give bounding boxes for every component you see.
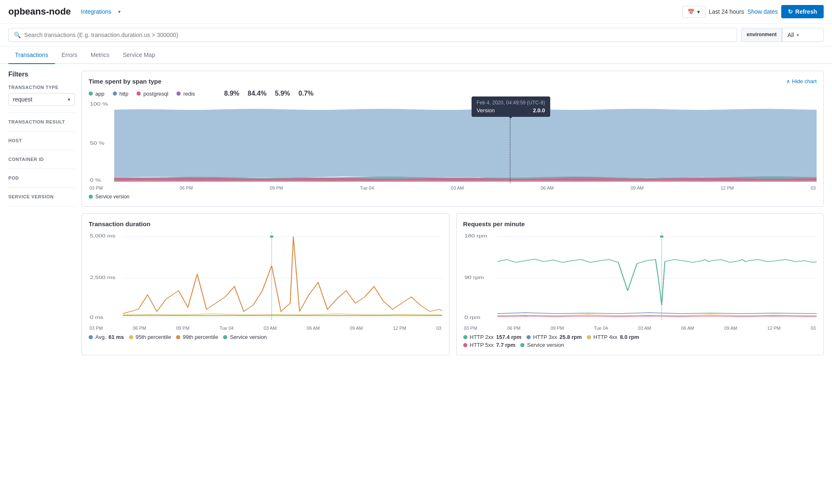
transaction-type-value: request: [13, 96, 32, 103]
search-input-wrap: 🔍: [8, 28, 737, 42]
main-content: Filters TRANSACTION TYPE request ▾ TRANS…: [0, 64, 832, 362]
svc-version-legend: Service version: [223, 334, 267, 340]
legend-redis: redis: [176, 91, 195, 97]
tab-metrics[interactable]: Metrics: [84, 47, 116, 64]
span-legend: app http postgresql redis 8.9% 84.4% 5.9…: [89, 90, 817, 97]
d-xaxis-9: 03: [436, 326, 441, 331]
app-dot: [89, 91, 93, 96]
legend-http: http: [113, 91, 129, 97]
app-pct: 8.9%: [224, 90, 239, 97]
app-label: app: [95, 91, 104, 97]
xaxis-label-2: 06 PM: [180, 185, 193, 190]
pod-label[interactable]: POD: [8, 175, 75, 180]
rpm-chart-card: Requests per minute 180 rpm 90 rpm 0 rpm: [456, 213, 824, 355]
svg-text:2,500 ms: 2,500 ms: [90, 275, 115, 280]
duration-xaxis: 03 PM 06 PM 09 PM Tue 04 03 AM 06 AM 09 …: [89, 326, 442, 331]
http5xx-value: 7.7 rpm: [496, 342, 515, 348]
tab-transactions[interactable]: Transactions: [8, 47, 55, 64]
show-dates-link[interactable]: Show dates: [748, 8, 778, 15]
d-xaxis-8: 12 PM: [393, 326, 406, 331]
avg-label: Avg.: [95, 334, 106, 340]
refresh-icon: ↻: [788, 8, 793, 15]
span-area-chart: 100 % 50 % 0 %: [89, 101, 817, 184]
svc-version-label: Service version: [230, 334, 267, 340]
svg-point-20: [659, 235, 664, 238]
xaxis-label-6: 06 AM: [541, 185, 554, 190]
p99-legend: 99th percentile: [176, 334, 218, 340]
http2xx-legend: HTTP 2xx 157.4 rpm: [463, 334, 522, 340]
time-controls: 📅 ▾ Last 24 hours Show dates ↻ Refresh: [682, 5, 824, 18]
redis-dot: [176, 91, 181, 96]
d-xaxis-2: 06 PM: [133, 326, 146, 331]
p99-dot: [176, 335, 180, 339]
d-xaxis-1: 03 PM: [89, 326, 103, 331]
d-xaxis-6: 06 AM: [307, 326, 320, 331]
search-input[interactable]: [24, 32, 732, 38]
r-xaxis-8: 12 PM: [767, 326, 781, 331]
xaxis-label-8: 12 PM: [720, 185, 734, 190]
chevron-down-icon: ▾: [68, 97, 70, 102]
service-version-dot: [89, 195, 93, 199]
calendar-button[interactable]: 📅 ▾: [682, 6, 705, 18]
r-xaxis-3: 09 PM: [551, 326, 564, 331]
r-xaxis-1: 03 PM: [464, 326, 477, 331]
chevron-down-icon: ▾: [797, 32, 799, 38]
http4xx-label: HTTP 4xx: [594, 334, 618, 340]
refresh-button[interactable]: ↻ Refresh: [781, 5, 824, 18]
avg-dot: [89, 335, 93, 339]
chevron-down-icon: ▾: [697, 9, 700, 15]
filter-host: HOST: [8, 138, 75, 150]
rpm-svc-version-legend: Service version: [520, 342, 564, 348]
rpm-legend: HTTP 2xx 157.4 rpm HTTP 3xx 25.8 rpm HTT…: [463, 334, 817, 348]
search-icon: 🔍: [14, 32, 21, 38]
http5xx-legend: HTTP 5xx 7.7 rpm: [463, 342, 516, 348]
svg-text:90 rpm: 90 rpm: [464, 275, 483, 280]
xaxis-label-9: 03: [811, 185, 816, 190]
r-xaxis-4: Tue 04: [594, 326, 608, 331]
hide-chart-button[interactable]: ∧ Hide chart: [786, 78, 817, 84]
environment-value: All: [787, 32, 794, 38]
d-xaxis-3: 09 PM: [176, 326, 189, 331]
r-xaxis-7: 09 AM: [724, 326, 737, 331]
integrations-link[interactable]: Integrations: [81, 8, 111, 15]
environment-badge: environment: [741, 28, 782, 42]
avg-value: 61 ms: [109, 334, 124, 340]
service-version-label[interactable]: SERVICE VERSION: [8, 194, 75, 199]
rpm-chart-header: Requests per minute: [463, 220, 817, 227]
http-pct: 84.4%: [248, 90, 266, 97]
http2xx-dot: [463, 335, 467, 339]
tab-errors[interactable]: Errors: [55, 47, 84, 64]
svg-text:0 %: 0 %: [90, 178, 101, 183]
http4xx-legend: HTTP 4xx 8.0 rpm: [587, 334, 639, 340]
http4xx-value: 8.0 rpm: [620, 334, 639, 340]
xaxis-label-5: 03 AM: [451, 185, 464, 190]
container-id-label[interactable]: CONTAINER ID: [8, 157, 75, 162]
filter-transaction-type: TRANSACTION TYPE request ▾: [8, 85, 75, 113]
app-title: opbeans-node: [8, 6, 71, 17]
span-xaxis: 03 PM 06 PM 09 PM Tue 04 03 AM 06 AM 09 …: [89, 185, 817, 190]
xaxis-label-7: 09 AM: [631, 185, 643, 190]
chevron-up-icon: ∧: [786, 78, 790, 84]
p99-label: 99th percentile: [183, 334, 218, 340]
svg-text:180 rpm: 180 rpm: [464, 234, 487, 238]
time-range-label: Last 24 hours: [709, 8, 744, 15]
span-type-chart-card: Time spent by span type ∧ Hide chart app…: [82, 71, 824, 207]
xaxis-label-1: 03 PM: [89, 185, 103, 190]
calendar-icon: 📅: [688, 9, 695, 15]
filter-container-id: CONTAINER ID: [8, 157, 75, 169]
http-label: http: [119, 91, 129, 97]
span-chart-title: Time spent by span type: [89, 78, 161, 85]
transaction-result-label[interactable]: TRANSACTION RESULT: [8, 119, 75, 124]
rpm-svc-version-dot: [520, 343, 524, 347]
rpm-chart-title: Requests per minute: [463, 220, 525, 227]
duration-chart-card: Transaction duration 5,000 ms 2,500 ms 0…: [82, 213, 450, 355]
host-label[interactable]: HOST: [8, 138, 75, 143]
environment-select[interactable]: All ▾: [782, 28, 824, 42]
hide-chart-label: Hide chart: [792, 78, 817, 84]
tab-service-map[interactable]: Service Map: [116, 47, 162, 64]
transaction-type-select[interactable]: request ▾: [8, 93, 75, 106]
r-xaxis-2: 06 PM: [507, 326, 521, 331]
xaxis-label-4: Tue 04: [360, 185, 374, 190]
duration-chart-title: Transaction duration: [89, 220, 150, 227]
span-chart-container: Feb 4, 2020, 04:49:59 (UTC-8) Version 2.…: [89, 101, 817, 200]
